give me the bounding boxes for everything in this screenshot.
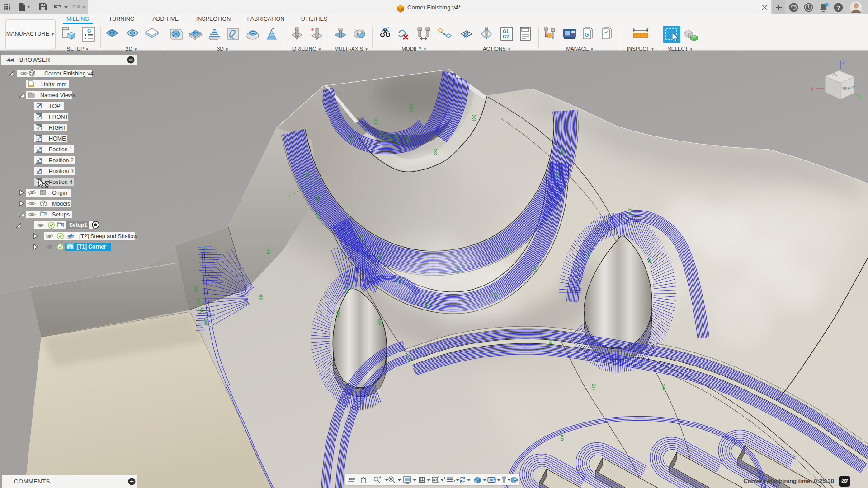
svg-text:G: G	[585, 32, 589, 38]
svg-text:RIGHT: RIGHT	[842, 86, 855, 91]
svg-text:G: G	[87, 28, 91, 33]
svg-text:Z: Z	[842, 60, 845, 65]
svg-text:G1: G1	[503, 29, 509, 34]
svg-text:G2: G2	[503, 34, 509, 39]
svg-text:?: ?	[837, 5, 840, 11]
svg-text:+: +	[311, 27, 314, 33]
svg-text:X: X	[811, 86, 814, 92]
